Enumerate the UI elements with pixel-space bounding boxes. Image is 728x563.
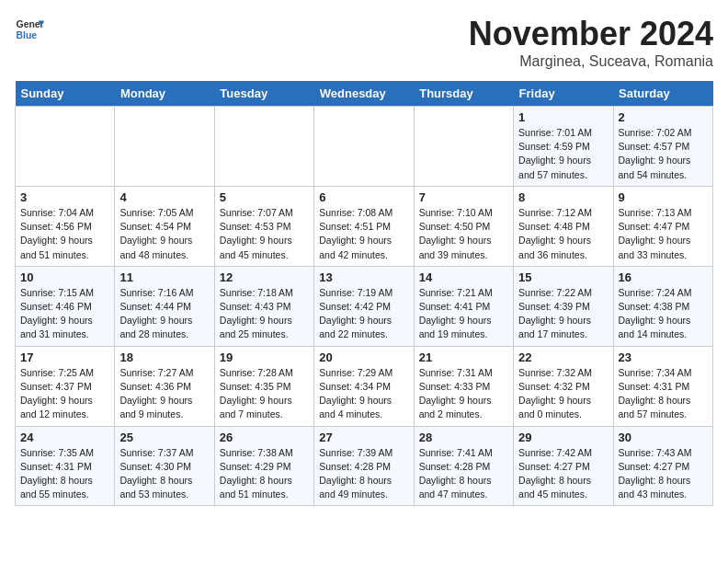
week-row-2: 3Sunrise: 7:04 AM Sunset: 4:56 PM Daylig… [16, 186, 713, 266]
day-number: 17 [20, 350, 109, 364]
day-number: 30 [619, 431, 708, 444]
calendar-cell: 1Sunrise: 7:01 AM Sunset: 4:59 PM Daylig… [514, 107, 613, 187]
weekday-wednesday: Wednesday [314, 81, 414, 107]
day-number: 29 [518, 431, 608, 444]
calendar-cell: 5Sunrise: 7:07 AM Sunset: 4:53 PM Daylig… [214, 186, 313, 266]
calendar-cell: 12Sunrise: 7:18 AM Sunset: 4:43 PM Dayli… [214, 266, 313, 346]
day-info: Sunrise: 7:34 AM Sunset: 4:31 PM Dayligh… [619, 366, 708, 422]
weekday-header-row: SundayMondayTuesdayWednesdayThursdayFrid… [16, 81, 713, 107]
day-info: Sunrise: 7:31 AM Sunset: 4:33 PM Dayligh… [419, 366, 508, 422]
day-number: 15 [518, 270, 608, 284]
day-number: 5 [220, 190, 309, 204]
calendar-cell: 29Sunrise: 7:42 AM Sunset: 4:27 PM Dayli… [514, 426, 613, 506]
day-number: 23 [619, 350, 708, 364]
calendar-cell: 9Sunrise: 7:13 AM Sunset: 4:47 PM Daylig… [613, 186, 712, 266]
calendar-cell: 23Sunrise: 7:34 AM Sunset: 4:31 PM Dayli… [613, 346, 712, 426]
calendar-cell: 21Sunrise: 7:31 AM Sunset: 4:33 PM Dayli… [414, 346, 513, 426]
day-number: 6 [319, 190, 408, 204]
day-info: Sunrise: 7:39 AM Sunset: 4:28 PM Dayligh… [319, 446, 408, 502]
day-info: Sunrise: 7:04 AM Sunset: 4:56 PM Dayligh… [20, 206, 109, 262]
day-info: Sunrise: 7:24 AM Sunset: 4:38 PM Dayligh… [619, 286, 708, 342]
calendar-cell [314, 107, 414, 187]
day-info: Sunrise: 7:41 AM Sunset: 4:28 PM Dayligh… [419, 446, 508, 502]
calendar-body: 1Sunrise: 7:01 AM Sunset: 4:59 PM Daylig… [16, 107, 713, 506]
day-info: Sunrise: 7:02 AM Sunset: 4:57 PM Dayligh… [619, 126, 708, 182]
day-info: Sunrise: 7:13 AM Sunset: 4:47 PM Dayligh… [619, 206, 708, 262]
day-info: Sunrise: 7:25 AM Sunset: 4:37 PM Dayligh… [20, 366, 109, 422]
day-info: Sunrise: 7:21 AM Sunset: 4:41 PM Dayligh… [419, 286, 508, 342]
day-number: 16 [619, 270, 708, 284]
weekday-tuesday: Tuesday [214, 81, 313, 107]
calendar-table: SundayMondayTuesdayWednesdayThursdayFrid… [15, 81, 713, 506]
day-info: Sunrise: 7:18 AM Sunset: 4:43 PM Dayligh… [220, 286, 309, 342]
calendar-cell: 18Sunrise: 7:27 AM Sunset: 4:36 PM Dayli… [115, 346, 214, 426]
weekday-monday: Monday [115, 81, 214, 107]
calendar-cell [16, 107, 115, 187]
day-number: 8 [518, 190, 608, 204]
calendar-cell [214, 107, 313, 187]
calendar-cell: 11Sunrise: 7:16 AM Sunset: 4:44 PM Dayli… [115, 266, 214, 346]
day-info: Sunrise: 7:29 AM Sunset: 4:34 PM Dayligh… [319, 366, 408, 422]
day-info: Sunrise: 7:07 AM Sunset: 4:53 PM Dayligh… [220, 206, 309, 262]
calendar-cell: 6Sunrise: 7:08 AM Sunset: 4:51 PM Daylig… [314, 186, 414, 266]
day-number: 28 [419, 431, 508, 444]
day-info: Sunrise: 7:15 AM Sunset: 4:46 PM Dayligh… [20, 286, 109, 342]
day-info: Sunrise: 7:43 AM Sunset: 4:27 PM Dayligh… [619, 446, 708, 502]
day-info: Sunrise: 7:12 AM Sunset: 4:48 PM Dayligh… [518, 206, 608, 262]
day-number: 24 [20, 431, 109, 444]
calendar-cell: 7Sunrise: 7:10 AM Sunset: 4:50 PM Daylig… [414, 186, 513, 266]
calendar-cell: 4Sunrise: 7:05 AM Sunset: 4:54 PM Daylig… [115, 186, 214, 266]
day-number: 22 [518, 350, 608, 364]
calendar-cell: 30Sunrise: 7:43 AM Sunset: 4:27 PM Dayli… [613, 426, 712, 506]
calendar-cell: 17Sunrise: 7:25 AM Sunset: 4:37 PM Dayli… [16, 346, 115, 426]
day-number: 25 [119, 431, 209, 444]
calendar-cell: 24Sunrise: 7:35 AM Sunset: 4:31 PM Dayli… [16, 426, 115, 506]
day-number: 12 [220, 270, 309, 284]
weekday-saturday: Saturday [613, 81, 712, 107]
day-number: 11 [119, 270, 209, 284]
day-number: 19 [220, 350, 309, 364]
calendar-cell: 14Sunrise: 7:21 AM Sunset: 4:41 PM Dayli… [414, 266, 513, 346]
calendar-cell: 25Sunrise: 7:37 AM Sunset: 4:30 PM Dayli… [115, 426, 214, 506]
week-row-4: 17Sunrise: 7:25 AM Sunset: 4:37 PM Dayli… [16, 346, 713, 426]
weekday-thursday: Thursday [414, 81, 513, 107]
day-info: Sunrise: 7:27 AM Sunset: 4:36 PM Dayligh… [119, 366, 209, 422]
calendar-cell: 22Sunrise: 7:32 AM Sunset: 4:32 PM Dayli… [514, 346, 613, 426]
header: General Blue November 2024 Marginea, Suc… [15, 15, 713, 70]
calendar-cell [414, 107, 513, 187]
calendar-cell: 8Sunrise: 7:12 AM Sunset: 4:48 PM Daylig… [514, 186, 613, 266]
calendar-cell: 27Sunrise: 7:39 AM Sunset: 4:28 PM Dayli… [314, 426, 414, 506]
calendar-cell: 15Sunrise: 7:22 AM Sunset: 4:39 PM Dayli… [514, 266, 613, 346]
day-number: 21 [419, 350, 508, 364]
calendar-cell: 10Sunrise: 7:15 AM Sunset: 4:46 PM Dayli… [16, 266, 115, 346]
day-info: Sunrise: 7:22 AM Sunset: 4:39 PM Dayligh… [518, 286, 608, 342]
day-number: 3 [20, 190, 109, 204]
calendar-cell: 2Sunrise: 7:02 AM Sunset: 4:57 PM Daylig… [613, 107, 712, 187]
svg-text:Blue: Blue [17, 30, 38, 40]
day-info: Sunrise: 7:05 AM Sunset: 4:54 PM Dayligh… [119, 206, 209, 262]
day-info: Sunrise: 7:38 AM Sunset: 4:29 PM Dayligh… [220, 446, 309, 502]
calendar-cell: 16Sunrise: 7:24 AM Sunset: 4:38 PM Dayli… [613, 266, 712, 346]
day-info: Sunrise: 7:37 AM Sunset: 4:30 PM Dayligh… [119, 446, 209, 502]
day-info: Sunrise: 7:16 AM Sunset: 4:44 PM Dayligh… [119, 286, 209, 342]
day-info: Sunrise: 7:19 AM Sunset: 4:42 PM Dayligh… [319, 286, 408, 342]
day-number: 14 [419, 270, 508, 284]
day-info: Sunrise: 7:10 AM Sunset: 4:50 PM Dayligh… [419, 206, 508, 262]
month-title: November 2024 [469, 15, 713, 53]
day-info: Sunrise: 7:08 AM Sunset: 4:51 PM Dayligh… [319, 206, 408, 262]
day-info: Sunrise: 7:32 AM Sunset: 4:32 PM Dayligh… [518, 366, 608, 422]
day-number: 26 [220, 431, 309, 444]
calendar-cell: 26Sunrise: 7:38 AM Sunset: 4:29 PM Dayli… [214, 426, 313, 506]
calendar-cell: 3Sunrise: 7:04 AM Sunset: 4:56 PM Daylig… [16, 186, 115, 266]
day-number: 10 [20, 270, 109, 284]
day-info: Sunrise: 7:28 AM Sunset: 4:35 PM Dayligh… [220, 366, 309, 422]
logo-icon: General Blue [15, 15, 44, 44]
day-number: 4 [119, 190, 209, 204]
calendar-cell [115, 107, 214, 187]
calendar-cell: 19Sunrise: 7:28 AM Sunset: 4:35 PM Dayli… [214, 346, 313, 426]
day-info: Sunrise: 7:35 AM Sunset: 4:31 PM Dayligh… [20, 446, 109, 502]
title-area: November 2024 Marginea, Suceava, Romania [469, 15, 713, 70]
week-row-1: 1Sunrise: 7:01 AM Sunset: 4:59 PM Daylig… [16, 107, 713, 187]
calendar-cell: 20Sunrise: 7:29 AM Sunset: 4:34 PM Dayli… [314, 346, 414, 426]
day-number: 13 [319, 270, 408, 284]
